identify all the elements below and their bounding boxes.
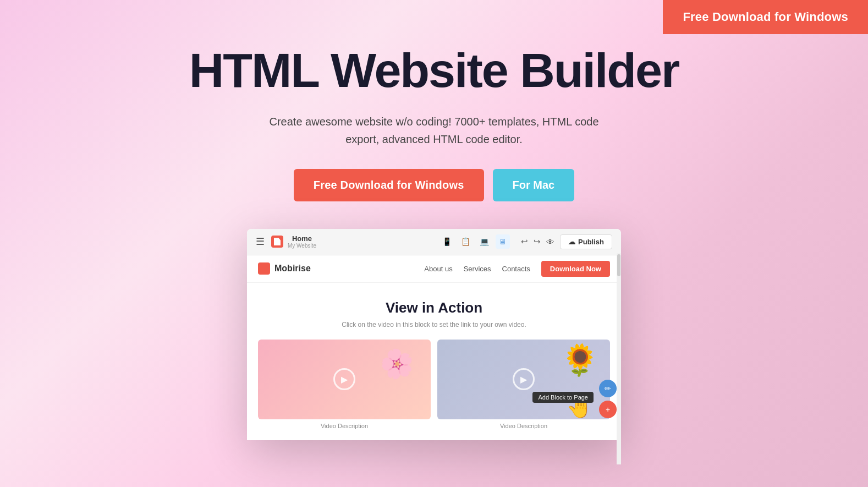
toolbar-page-info: Home My Website <box>271 234 433 249</box>
add-block-button[interactable]: + <box>599 401 617 418</box>
nav-about[interactable]: About us <box>424 265 452 273</box>
nav-contacts[interactable]: Contacts <box>502 265 530 273</box>
video-desc-1: Video Description <box>258 423 431 429</box>
page-file-icon <box>271 236 283 248</box>
app-navbar: Mobirise About us Services Contacts Down… <box>247 255 621 283</box>
publish-label: Publish <box>578 238 604 246</box>
page-name-sub: My Website <box>288 243 316 249</box>
tablet-icon[interactable]: 📋 <box>458 234 473 249</box>
flower-decoration-2: 🌻 <box>561 342 599 378</box>
device-icons: 📱 📋 💻 🖥 <box>440 234 510 249</box>
app-logo: Mobirise <box>258 262 424 275</box>
hero-subtitle: Create awesome website w/o coding! 7000+… <box>252 113 616 148</box>
app-nav-links: About us Services Contacts Download Now <box>424 261 610 277</box>
mobile-icon[interactable]: 📱 <box>440 234 454 249</box>
page-name-block: Home My Website <box>288 234 316 249</box>
video-item-2: 🌻 🤚 ▶ Video Description <box>437 340 610 429</box>
page-name-main: Home <box>288 234 316 243</box>
logo-icon <box>258 262 270 275</box>
add-block-tooltip: Add Block to Page <box>532 392 594 403</box>
play-button-2[interactable]: ▶ <box>513 368 535 390</box>
hero-section: HTML Website Builder Create awesome webs… <box>0 0 868 440</box>
toolbar-actions: ↩ ↪ 👁 ☁ Publish <box>521 234 612 249</box>
scroll-thumb[interactable] <box>617 254 620 276</box>
play-button-1[interactable]: ▶ <box>333 368 355 390</box>
cta-button-group: Free Download for Windows For Mac <box>294 169 574 201</box>
nav-services[interactable]: Services <box>464 265 491 273</box>
video-grid: 🌸 ▶ Video Description 🌻 🤚 ▶ Video Descri… <box>258 340 610 429</box>
app-preview-wrapper: ☰ Home My Website 📱 📋 💻 🖥 ↩ ↪ <box>247 229 621 440</box>
app-download-button[interactable]: Download Now <box>541 261 610 277</box>
app-content: View in Action Click on the video in thi… <box>247 283 621 440</box>
hero-title: HTML Website Builder <box>189 44 679 97</box>
publish-button[interactable]: ☁ Publish <box>560 234 612 249</box>
scrollbar[interactable] <box>617 253 621 464</box>
side-action-buttons: ✏ Add Block to Page + <box>599 380 621 418</box>
app-toolbar: ☰ Home My Website 📱 📋 💻 🖥 ↩ ↪ <box>247 229 621 255</box>
download-mac-button[interactable]: For Mac <box>493 169 575 201</box>
video-item-1: 🌸 ▶ Video Description <box>258 340 431 429</box>
flower-decoration-1: 🌸 <box>377 344 418 384</box>
download-windows-button[interactable]: Free Download for Windows <box>294 169 484 201</box>
video-thumb-2[interactable]: 🌻 🤚 ▶ <box>437 340 610 419</box>
undo-icon[interactable]: ↩ <box>521 237 528 247</box>
section-subtitle: Click on the video in this block to set … <box>258 321 610 329</box>
app-preview: ☰ Home My Website 📱 📋 💻 🖥 ↩ ↪ <box>247 229 621 440</box>
desktop-icon[interactable]: 🖥 <box>496 234 510 249</box>
menu-icon[interactable]: ☰ <box>256 236 265 248</box>
laptop-icon[interactable]: 💻 <box>477 234 491 249</box>
logo-text: Mobirise <box>274 264 311 273</box>
top-download-button[interactable]: Free Download for Windows <box>663 0 868 34</box>
video-thumb-1[interactable]: 🌸 ▶ <box>258 340 431 419</box>
preview-icon[interactable]: 👁 <box>546 237 554 247</box>
redo-icon[interactable]: ↪ <box>534 237 541 247</box>
video-desc-2: Video Description <box>437 423 610 429</box>
edit-button[interactable]: ✏ <box>599 380 617 397</box>
publish-cloud-icon: ☁ <box>568 238 575 246</box>
section-title: View in Action <box>258 299 610 316</box>
